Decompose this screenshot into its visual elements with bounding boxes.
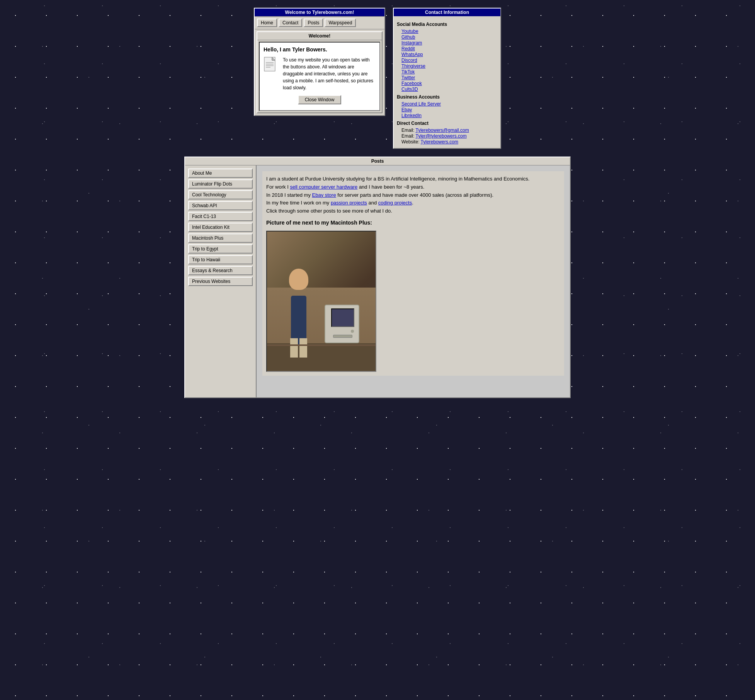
business-accounts-title: Business Accounts <box>397 94 497 100</box>
facebook-link[interactable]: Facebook <box>397 81 497 86</box>
website-link[interactable]: Tylerebowers.com <box>421 139 458 145</box>
intro-line5: Click through some other posts to see mo… <box>266 208 392 214</box>
warpspeed-button[interactable]: Warpspeed <box>325 19 356 27</box>
home-button[interactable]: Home <box>257 19 277 27</box>
welcome-title: Welcome to Tylerebowers.com! <box>255 9 384 17</box>
posts-sidebar: About Me Luminator Flip Dots Cool Techno… <box>185 165 257 397</box>
welcome-subtitle: Welcome! <box>257 32 382 40</box>
cults3d-link[interactable]: Cults3D <box>397 87 497 92</box>
picture-title: Picture of me next to my Macintosh Plus: <box>266 218 560 227</box>
email1-link[interactable]: Tylerebowers@gmail.com <box>415 128 469 133</box>
direct-contact-title: Direct Contact <box>397 121 497 126</box>
posts-main-area: I am a student at Purdue University stud… <box>257 165 570 397</box>
egypt-button[interactable]: Trip to Egypt <box>188 244 253 254</box>
posts-button[interactable]: Posts <box>304 19 323 27</box>
welcome-window: Welcome to Tylerebowers.com! Home Contac… <box>254 8 385 116</box>
macintosh-photo <box>266 231 376 372</box>
linkedin-link[interactable]: LibnkedIn <box>397 113 497 118</box>
welcome-body: To use my website you can open tabs with… <box>264 56 376 91</box>
email2-prefix: Email: <box>401 133 415 139</box>
reddit-link[interactable]: Reddit <box>397 46 497 51</box>
intro-line4-pre: In my free time I work on my <box>266 200 331 206</box>
thingiverse-link[interactable]: Thingiverse <box>397 63 497 69</box>
whatsapp-link[interactable]: WhatsApp <box>397 52 497 57</box>
welcome-content-inner: Hello, I am Tyler Bowers. <box>259 42 380 111</box>
youtube-link[interactable]: Youtube <box>397 29 497 34</box>
email2-label: Email: Tyler@tylerebowers.com <box>397 133 497 139</box>
email2-link[interactable]: Tyler@tylerebowers.com <box>415 133 466 139</box>
second-life-link[interactable]: Second Life Server <box>397 101 497 107</box>
welcome-content-outer: Welcome! Hello, I am Tyler Bowers. <box>257 31 383 113</box>
luminator-button[interactable]: Luminator Flip Dots <box>188 179 253 189</box>
github-link[interactable]: Github <box>397 34 497 40</box>
intro-line3-post: for server parts and have made over 4000… <box>336 192 494 198</box>
intro-line1: I am a student at Purdue University stud… <box>266 176 529 182</box>
contact-title: Contact Information <box>394 9 500 16</box>
website-label: Website: Tylerebowers.com <box>397 139 497 145</box>
intro-line4-mid: and <box>367 200 378 206</box>
prev-websites-button[interactable]: Previous Websites <box>188 277 253 286</box>
about-me-button[interactable]: About Me <box>188 169 253 178</box>
sell-hardware-link[interactable]: sell computer server hardware <box>290 184 357 190</box>
intro-line2-post: and I have been for ~8 years. <box>357 184 424 190</box>
hawaii-button[interactable]: Trip to Hawaii <box>188 255 253 264</box>
contact-button[interactable]: Contact <box>279 19 302 27</box>
contact-window: Contact Information Social Media Account… <box>393 8 501 149</box>
email1-label: Email: Tylerebowers@gmail.com <box>397 128 497 133</box>
nav-bar: Home Contact Posts Warpspeed <box>255 17 384 29</box>
passion-projects-link[interactable]: passion projects <box>331 200 367 206</box>
tiktok-link[interactable]: TikTok <box>397 69 497 75</box>
ebay-store-link[interactable]: Ebay store <box>312 192 336 198</box>
intel-edu-button[interactable]: Intel Education Kit <box>188 223 253 232</box>
essays-button[interactable]: Essays & Research <box>188 266 253 275</box>
ebay-link[interactable]: Ebay <box>397 107 497 112</box>
document-icon <box>264 56 279 76</box>
facit-button[interactable]: Facit C1-13 <box>188 212 253 221</box>
intro-line2-pre: For work I <box>266 184 290 190</box>
email1-prefix: Email: <box>401 128 415 133</box>
intro-line4-post: . <box>412 200 413 206</box>
website-prefix: Website: <box>401 139 421 145</box>
posts-title: Posts <box>185 157 570 165</box>
macintosh-button[interactable]: Macintosh Plus <box>188 233 253 243</box>
discord-link[interactable]: Discord <box>397 58 497 63</box>
twitter-link[interactable]: Twitter <box>397 75 497 80</box>
social-media-title: Social Media Accounts <box>397 22 497 27</box>
posts-body: About Me Luminator Flip Dots Cool Techno… <box>185 165 570 397</box>
contact-content: Social Media Accounts Youtube Github Ins… <box>394 16 500 148</box>
welcome-text: To use my website you can open tabs with… <box>283 56 376 91</box>
posts-content: I am a student at Purdue University stud… <box>262 171 564 376</box>
schwab-button[interactable]: Schwab API <box>188 201 253 210</box>
intro-line3-pre: In 2018 I started my <box>266 192 312 198</box>
welcome-greeting: Hello, I am Tyler Bowers. <box>264 46 376 53</box>
coding-projects-link[interactable]: coding projects <box>378 200 412 206</box>
instagram-link[interactable]: Instagram <box>397 40 497 46</box>
intro-paragraph: I am a student at Purdue University stud… <box>266 175 560 215</box>
cool-tech-button[interactable]: Cool Technology <box>188 190 253 199</box>
posts-window: Posts About Me Luminator Flip Dots Cool … <box>184 157 571 398</box>
close-window-button[interactable]: Close Window <box>298 95 342 104</box>
